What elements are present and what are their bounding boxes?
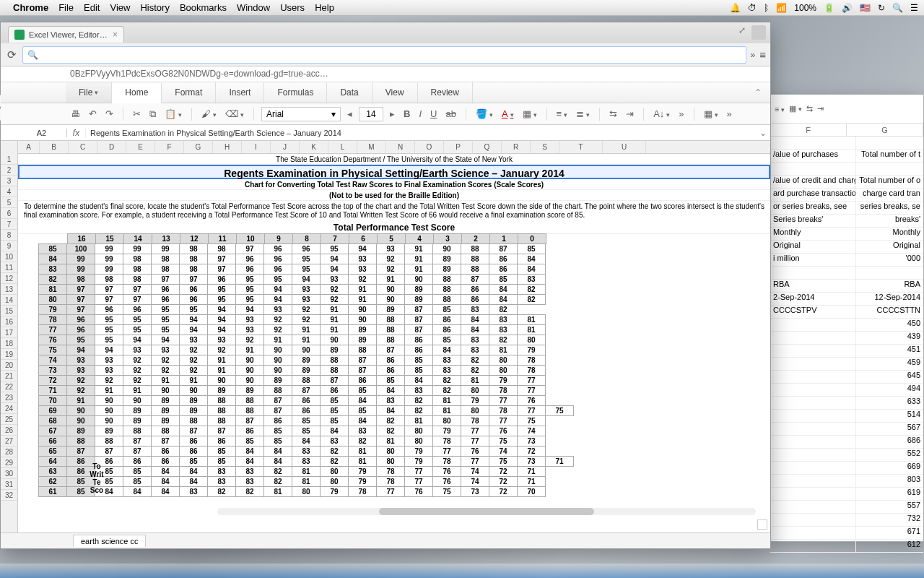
matrix-cell[interactable]: 84	[123, 486, 152, 497]
matrix-cell[interactable]: 75	[432, 486, 461, 497]
matrix-cell[interactable]: 90	[235, 375, 264, 386]
bg-cell[interactable]	[770, 345, 856, 357]
matrix-cell[interactable]: 64	[38, 456, 67, 467]
matrix-cell[interactable]: 77	[461, 436, 489, 447]
bg-cell[interactable]: CCCCSTPV	[770, 306, 856, 318]
bg-cell[interactable]: 803	[856, 475, 923, 487]
matrix-cell[interactable]: 83	[489, 314, 518, 325]
row-header[interactable]: 15	[1, 306, 17, 316]
col-header[interactable]: A	[18, 141, 40, 153]
matrix-cell[interactable]: 63	[38, 466, 67, 477]
matrix-cell[interactable]: 73	[517, 436, 546, 447]
row-header[interactable]: 30	[1, 468, 17, 479]
matrix-cell[interactable]: 95	[151, 314, 180, 325]
matrix-cell[interactable]: 95	[123, 314, 152, 325]
matrix-cell[interactable]: 69	[38, 405, 67, 416]
matrix-cell[interactable]: 77	[517, 385, 546, 396]
matrix-cell[interactable]: 81	[432, 395, 461, 406]
matrix-cell[interactable]: 82	[207, 486, 236, 497]
matrix-cell[interactable]: 84	[348, 395, 377, 406]
matrix-cell[interactable]: 85	[489, 274, 518, 285]
bg-cell[interactable]	[770, 514, 856, 526]
matrix-cell[interactable]: 81	[292, 476, 321, 487]
matrix-cell[interactable]: 85	[179, 456, 208, 467]
matrix-cell[interactable]: 84	[461, 314, 489, 325]
matrix-cell[interactable]: 90	[348, 314, 377, 325]
timemachine-icon[interactable]: ⏱	[748, 3, 757, 13]
matrix-cell[interactable]: 97	[179, 274, 208, 285]
matrix-cell[interactable]: 93	[320, 274, 349, 285]
matrix-cell[interactable]: 87	[263, 405, 292, 416]
overflow-icon[interactable]: »	[725, 108, 734, 119]
ribbon-home[interactable]: Home	[112, 83, 162, 103]
url-input[interactable]	[43, 50, 741, 60]
matrix-cell[interactable]: 78	[489, 405, 518, 416]
matrix-cell[interactable]: 91	[123, 385, 152, 396]
matrix-cell[interactable]: 77	[517, 375, 546, 386]
matrix-cell[interactable]: 88	[151, 426, 180, 436]
matrix-cell[interactable]: 88	[348, 345, 377, 355]
matrix-cell[interactable]: 82	[432, 375, 461, 386]
bg-row[interactable]: 671	[770, 527, 923, 540]
matrix-cell[interactable]: 88	[461, 243, 489, 254]
matrix-cell[interactable]: 85	[320, 405, 349, 416]
matrix-cell[interactable]: 90	[66, 405, 95, 416]
matrix-cell[interactable]: 68	[38, 415, 67, 426]
matrix-cell[interactable]: 95	[263, 274, 292, 285]
ribbon-collapse-icon[interactable]: ⌃	[746, 82, 770, 103]
wrap-icon[interactable]: ⇥	[624, 108, 636, 119]
matrix-cell[interactable]: 66	[38, 436, 67, 447]
matrix-cell[interactable]: 83	[489, 324, 518, 335]
matrix-cell[interactable]: 79	[489, 375, 518, 386]
ribbon-formulas[interactable]: Formulas	[264, 82, 327, 103]
matrix-cell[interactable]: 82	[263, 476, 292, 487]
matrix-cell[interactable]: 86	[123, 456, 152, 467]
col-header[interactable]: O	[415, 141, 444, 153]
bg-cell[interactable]	[770, 410, 856, 422]
matrix-cell[interactable]: 80	[320, 476, 349, 487]
matrix-cell[interactable]: 88	[235, 395, 264, 406]
col-header[interactable]: Q	[473, 141, 502, 153]
matrix-cell[interactable]: 93	[376, 243, 405, 254]
matrix-cell[interactable]: 100	[66, 243, 95, 254]
matrix-cell[interactable]: 82	[404, 405, 433, 416]
matrix-cell[interactable]: 86	[235, 426, 264, 436]
matrix-cell[interactable]: 84	[151, 476, 180, 487]
bg-cell[interactable]: charge card tran	[856, 189, 923, 201]
matrix-cell[interactable]: 87	[404, 304, 433, 315]
matrix-cell[interactable]: 82	[489, 335, 518, 345]
bg-cell[interactable]: 669	[856, 462, 923, 474]
matrix-cell[interactable]: 98	[123, 254, 152, 264]
matrix-cell[interactable]: 79	[517, 345, 546, 355]
matrix-cell[interactable]: 77	[489, 415, 518, 426]
matrix-cell[interactable]: 86	[292, 405, 321, 416]
matrix-cell[interactable]: 99	[95, 254, 123, 264]
profile-avatar-icon[interactable]	[751, 25, 766, 40]
matrix-cell[interactable]: 88	[376, 314, 405, 325]
matrix-cell[interactable]: 79	[404, 446, 433, 457]
bg-row[interactable]: i million'000	[770, 254, 923, 267]
bg-row[interactable]: 514	[770, 410, 923, 423]
matrix-cell[interactable]: 82	[320, 456, 349, 467]
row-header[interactable]: 10	[1, 251, 17, 262]
matrix-cell[interactable]: 89	[66, 426, 95, 436]
matrix-cell[interactable]: 97	[151, 274, 180, 285]
bg-cell[interactable]: series breaks, se	[856, 202, 923, 214]
matrix-cell[interactable]: 87	[235, 415, 264, 426]
matrix-cell[interactable]: 94	[263, 284, 292, 295]
matrix-cell[interactable]: 88	[461, 254, 489, 264]
matrix-cell[interactable]: 92	[66, 385, 95, 396]
matrix-cell[interactable]: 88	[207, 405, 236, 416]
matrix-cell[interactable]: 94	[320, 264, 349, 275]
matrix-cell[interactable]: 99	[95, 264, 123, 275]
matrix-cell[interactable]: 94	[263, 294, 292, 305]
matrix-cell[interactable]: 97	[235, 243, 264, 254]
matrix-cell[interactable]: 70	[517, 486, 546, 497]
bg-cell[interactable]	[770, 371, 856, 383]
matrix-cell[interactable]: 89	[348, 335, 377, 345]
bg-row[interactable]: 439	[770, 332, 923, 345]
row-header[interactable]: 9	[1, 241, 17, 251]
col-header[interactable]: D	[97, 141, 126, 153]
matrix-cell[interactable]: 85	[517, 243, 546, 254]
bg-cell[interactable]: 494	[856, 384, 923, 396]
